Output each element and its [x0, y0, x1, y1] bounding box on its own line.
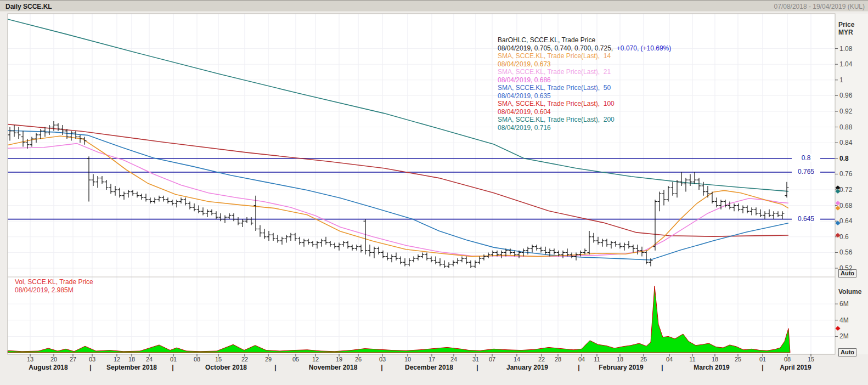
ohlc-bar	[21, 131, 25, 147]
price-legend-text: 08/04/2019, 0.673	[498, 60, 551, 68]
ohlc-bar	[359, 245, 363, 252]
ohlc-bar	[746, 206, 749, 213]
date-tick-label: 19	[336, 356, 342, 363]
ohlc-bar	[474, 261, 477, 268]
ohlc-bar	[201, 207, 205, 215]
ohlc-bar	[583, 248, 587, 254]
date-tick-label: 25	[735, 356, 741, 363]
month-label: September 2018	[106, 364, 157, 371]
ohlc-bar	[416, 254, 420, 261]
ohlc-bar	[315, 241, 319, 248]
price-tick-label: 0.68	[839, 202, 852, 210]
ohlc-bar-series	[8, 121, 789, 268]
chart-canvas[interactable]	[0, 0, 868, 385]
ohlc-bar	[500, 251, 504, 258]
ohlc-bar	[737, 203, 741, 211]
ohlc-bar	[136, 192, 139, 198]
ohlc-bar	[114, 186, 117, 196]
price-level-label: 0.8	[792, 154, 820, 162]
price-tick-label: 0.72	[839, 186, 852, 194]
ohlc-bar	[386, 252, 390, 260]
price-legend-line: SMA, SCCE.KL, Trade Price(Last), 200	[498, 116, 671, 124]
ohlc-bar	[399, 257, 403, 264]
ohlc-bar	[447, 262, 451, 268]
ohlc-bar	[781, 211, 785, 219]
price-legend-text: 08/04/2019, 0.686	[498, 76, 551, 84]
ohlc-bar	[157, 196, 161, 202]
price-legend-line: SMA, SCCE.KL, Trade Price(Last), 14	[498, 52, 671, 60]
date-tick-label: 12	[114, 356, 120, 363]
ohlc-bar	[105, 180, 109, 190]
ohlc-bar	[219, 213, 223, 221]
date-tick-label: 25	[640, 356, 647, 363]
ohlc-bar	[478, 257, 482, 264]
ohlc-bar	[430, 257, 433, 263]
ohlc-bar	[610, 241, 613, 248]
date-tick-label: 27	[70, 356, 76, 363]
ohlc-bar	[39, 129, 43, 139]
price-tick-label: 0.76	[839, 170, 852, 178]
ohlc-bar	[776, 211, 780, 217]
ohlc-bar	[732, 203, 736, 211]
date-tick-label: 04	[578, 356, 585, 363]
ohlc-bar	[715, 197, 719, 207]
price-legend: BarOHLC, SCCE.KL, Trade Price08/04/2019,…	[498, 36, 671, 132]
ohlc-bar	[298, 237, 302, 245]
price-legend-text: SMA, SCCE.KL, Trade Price(Last), 14	[498, 52, 611, 60]
ohlc-bar	[206, 210, 210, 217]
ohlc-bar	[632, 245, 635, 252]
ohlc-bar	[381, 251, 385, 258]
date-tick-label: 04	[666, 356, 673, 363]
month-label: December 2018	[405, 364, 453, 371]
ohlc-bar	[337, 243, 341, 251]
ohlc-bar	[465, 257, 469, 264]
ohlc-bar	[394, 252, 398, 260]
date-tick-label: 08	[784, 356, 791, 363]
ohlc-bar	[531, 245, 534, 252]
volume-axis-auto-button[interactable]: Auto	[838, 348, 856, 356]
month-separator: |	[172, 364, 173, 371]
ohlc-bar	[425, 252, 429, 260]
date-tick-label: 24	[146, 356, 153, 363]
ohlc-bar	[109, 184, 113, 194]
price-level-label: 0.645	[792, 215, 820, 223]
price-legend-text: 08/04/2019, 0.705, 0.740, 0.700, 0.725,	[498, 44, 617, 52]
ohlc-bar	[741, 206, 745, 213]
month-label: November 2018	[309, 364, 358, 371]
ohlc-bar	[153, 197, 157, 203]
month-separator: |	[274, 364, 276, 371]
ohlc-bar	[215, 211, 218, 219]
price-legend-text: BarOHLC, SCCE.KL, Trade Price	[498, 36, 595, 44]
ohlc-bar	[346, 241, 350, 248]
price-legend-line: SMA, SCCE.KL, Trade Price(Last), 21	[498, 68, 671, 76]
sma100-line	[8, 124, 788, 237]
ohlc-bar	[320, 239, 324, 246]
date-tick-label: 22	[241, 356, 248, 363]
ohlc-bar	[763, 211, 767, 219]
volume-legend-line: Vol, SCCE.KL, Trade Price	[15, 278, 93, 286]
date-tick-label: 05	[292, 356, 299, 363]
month-separator: |	[89, 364, 91, 371]
ohlc-bar	[118, 188, 122, 197]
date-tick-label: 18	[617, 356, 623, 363]
ohlc-bar	[535, 245, 539, 251]
volume-legend: Vol, SCCE.KL, Trade Price08/04/2019, 2.9…	[15, 278, 93, 295]
price-legend-line: 08/04/2019, 0.705, 0.740, 0.700, 0.725, …	[498, 44, 671, 53]
month-label: August 2018	[29, 364, 67, 371]
ohlc-bar	[443, 261, 447, 268]
ohlc-bar	[408, 258, 412, 266]
date-tick-label: 01	[759, 356, 766, 363]
price-tick-label: 1.08	[839, 45, 852, 53]
price-legend-text: SMA, SCCE.KL, Trade Price(Last), 21	[498, 68, 611, 76]
ohlc-bar	[711, 192, 714, 203]
ohlc-bar	[768, 210, 771, 217]
price-tick-label: 0.96	[839, 92, 852, 99]
ohlc-bar	[96, 176, 100, 188]
price-tick-label: 0.52	[839, 264, 852, 272]
ohlc-bar	[245, 217, 249, 223]
date-tick-label: 18	[712, 356, 718, 363]
ohlc-bar	[588, 231, 591, 254]
date-tick-label: 11	[689, 356, 695, 363]
price-legend-text: +0.070, (+10.69%)	[617, 44, 671, 52]
month-separator: |	[476, 364, 478, 371]
